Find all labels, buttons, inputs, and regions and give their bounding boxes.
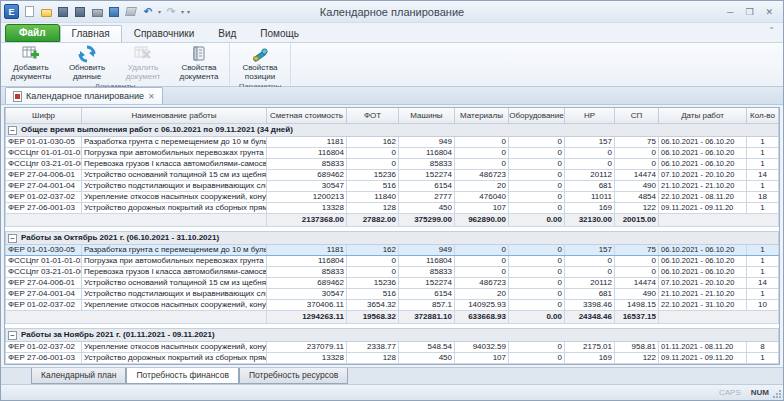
table-cell[interactable]: 0 bbox=[347, 266, 399, 277]
table-cell[interactable]: 1181 bbox=[267, 244, 347, 255]
table-cell[interactable]: 157 bbox=[565, 244, 615, 255]
table-cell[interactable]: 0 bbox=[455, 136, 509, 147]
table-cell[interactable]: ФЕР 27-06-001-03 bbox=[6, 202, 82, 213]
tab-close-icon[interactable]: ✕ bbox=[148, 92, 155, 101]
group-header-cell[interactable]: −Работы за Ноябрь 2021 г. (01.11.2021 - … bbox=[6, 328, 779, 341]
table-cell[interactable]: 0 bbox=[509, 202, 565, 213]
table-cell[interactable]: 857.1 bbox=[399, 299, 455, 310]
table-cell[interactable]: 13328 bbox=[267, 202, 347, 213]
table-cell[interactable]: ФЕР 27-04-001-04 bbox=[6, 180, 82, 191]
table-cell[interactable]: 128 bbox=[347, 352, 399, 363]
table-cell[interactable]: 486723 bbox=[455, 169, 509, 180]
table-cell[interactable]: Устройство подстилающих и выравнивающих … bbox=[82, 180, 267, 191]
table-cell[interactable]: 370406.11 bbox=[267, 299, 347, 310]
table-cell[interactable]: 116804 bbox=[399, 255, 455, 266]
table-cell[interactable]: ФЕР 27-04-006-01 bbox=[6, 169, 82, 180]
table-cell[interactable]: 0 bbox=[509, 352, 565, 363]
table-cell[interactable]: 85833 bbox=[267, 266, 347, 277]
table-cell[interactable]: 689462 bbox=[267, 169, 347, 180]
table-cell[interactable]: 1 bbox=[747, 255, 779, 266]
table-cell[interactable]: 06.10.2021 - 06.10.20 bbox=[659, 147, 747, 158]
table-cell[interactable]: ФЕР 01-02-037-02 bbox=[6, 191, 82, 202]
table-cell[interactable]: 21.10.2021 - 21.10.20 bbox=[659, 180, 747, 191]
table-cell[interactable]: Укрепление откосов насыпных сооружений, … bbox=[82, 341, 267, 352]
table-cell[interactable]: 18 bbox=[747, 191, 779, 202]
document-properties-button[interactable]: Свойства документа bbox=[171, 44, 227, 81]
minimize-button[interactable]: ─ bbox=[727, 7, 733, 17]
table-cell[interactable]: 169 bbox=[565, 352, 615, 363]
table-cell[interactable]: Устройство оснований толщиной 15 см из щ… bbox=[82, 169, 267, 180]
table-cell[interactable]: 07.10.2021 - 20.10.20 bbox=[659, 169, 747, 180]
table-cell[interactable]: 06.10.2021 - 06.10.20 bbox=[659, 255, 747, 266]
table-cell[interactable]: ФССЦпг 03-21-01-001 bbox=[6, 266, 82, 277]
table-cell[interactable]: 15236 bbox=[347, 277, 399, 288]
table-cell[interactable]: 13328 bbox=[267, 352, 347, 363]
table-cell[interactable]: Погрузка при автомобильных перевозках гр… bbox=[82, 255, 267, 266]
table-cell[interactable]: Укрепление откосов насыпных сооружений, … bbox=[82, 191, 267, 202]
table-cell[interactable]: ФССЦпг 01-01-01-039 bbox=[6, 255, 82, 266]
table-cell[interactable]: 07.10.2021 - 20.10.20 bbox=[659, 277, 747, 288]
table-cell[interactable]: Перевозка грузов I класса автомобилями-с… bbox=[82, 266, 267, 277]
table-cell[interactable]: Разработка грунта с перемещением до 10 м… bbox=[82, 244, 267, 255]
table-cell[interactable]: 122 bbox=[615, 352, 659, 363]
add-documents-button[interactable]: Добавить документы bbox=[3, 44, 59, 81]
table-cell[interactable]: Устройство оснований толщиной 15 см из щ… bbox=[82, 277, 267, 288]
table-cell[interactable]: 958.81 bbox=[615, 341, 659, 352]
table-cell[interactable]: 11011 bbox=[565, 191, 615, 202]
table-cell[interactable]: 162 bbox=[347, 136, 399, 147]
refresh-data-button[interactable]: Обновить данные bbox=[59, 44, 115, 81]
table-cell[interactable]: 1200213 bbox=[267, 191, 347, 202]
table-cell[interactable]: 0 bbox=[509, 147, 565, 158]
column-header[interactable]: Сметная стоимость bbox=[267, 108, 347, 123]
table-cell[interactable]: 20112 bbox=[565, 169, 615, 180]
table-cell[interactable]: 85833 bbox=[267, 158, 347, 169]
table-cell[interactable]: 450 bbox=[399, 352, 455, 363]
table-cell[interactable]: 476040 bbox=[455, 191, 509, 202]
table-cell[interactable]: 0 bbox=[347, 158, 399, 169]
table-cell[interactable]: 1 bbox=[747, 352, 779, 363]
column-header[interactable]: Кол-во bbox=[747, 108, 779, 123]
table-cell[interactable]: 06.10.2021 - 06.10.20 bbox=[659, 136, 747, 147]
table-cell[interactable]: 152274 bbox=[399, 277, 455, 288]
table-cell[interactable]: 75 bbox=[615, 136, 659, 147]
column-header[interactable]: Наименование работы bbox=[82, 108, 267, 123]
resize-grip-icon[interactable] bbox=[772, 389, 782, 399]
table-cell[interactable]: 1 bbox=[747, 147, 779, 158]
table-cell[interactable]: ФЕР 01-01-030-05 bbox=[6, 136, 82, 147]
table-cell[interactable]: 30547 bbox=[267, 180, 347, 191]
table-cell[interactable]: 22.10.2021 - 31.10.20 bbox=[659, 299, 747, 310]
table-cell[interactable]: 21.10.2021 - 21.10.20 bbox=[659, 288, 747, 299]
table-cell[interactable]: 949 bbox=[399, 136, 455, 147]
table-cell[interactable]: 0 bbox=[509, 341, 565, 352]
table-cell[interactable]: 0 bbox=[347, 255, 399, 266]
column-header[interactable]: СП bbox=[615, 108, 659, 123]
maximize-button[interactable]: ❒ bbox=[745, 7, 753, 17]
table-cell[interactable]: 0 bbox=[455, 158, 509, 169]
table-cell[interactable]: 0 bbox=[565, 158, 615, 169]
table-cell[interactable]: 0 bbox=[455, 266, 509, 277]
table-cell[interactable]: 2338.77 bbox=[347, 341, 399, 352]
table-cell[interactable]: 169 bbox=[565, 202, 615, 213]
tab-directories[interactable]: Справочники bbox=[122, 25, 207, 42]
table-cell[interactable]: 94032.59 bbox=[455, 341, 509, 352]
table-cell[interactable]: 1181 bbox=[267, 136, 347, 147]
table-cell[interactable]: 85833 bbox=[399, 158, 455, 169]
table-cell[interactable]: 11840 bbox=[347, 191, 399, 202]
tab-file[interactable]: Файл bbox=[5, 24, 60, 42]
tab-resource-demand[interactable]: Потребность ресурсов bbox=[239, 368, 348, 384]
table-cell[interactable]: 0 bbox=[509, 180, 565, 191]
table-cell[interactable]: 0 bbox=[565, 255, 615, 266]
table-cell[interactable]: 162 bbox=[347, 244, 399, 255]
table-cell[interactable]: 0 bbox=[509, 288, 565, 299]
table-cell[interactable]: 0 bbox=[509, 191, 565, 202]
tab-home[interactable]: Главная bbox=[60, 25, 122, 42]
column-header[interactable]: НР bbox=[565, 108, 615, 123]
table-cell[interactable]: 1 bbox=[747, 266, 779, 277]
column-header[interactable]: Даты работ bbox=[659, 108, 747, 123]
table-cell[interactable]: 0 bbox=[615, 266, 659, 277]
table-cell[interactable]: 1 bbox=[747, 180, 779, 191]
tab-view[interactable]: Вид bbox=[206, 25, 248, 42]
table-cell[interactable]: 20112 bbox=[565, 277, 615, 288]
table-cell[interactable]: Устройство дорожных покрытий из сборных … bbox=[82, 352, 267, 363]
tab-help[interactable]: Помощь bbox=[248, 25, 311, 42]
